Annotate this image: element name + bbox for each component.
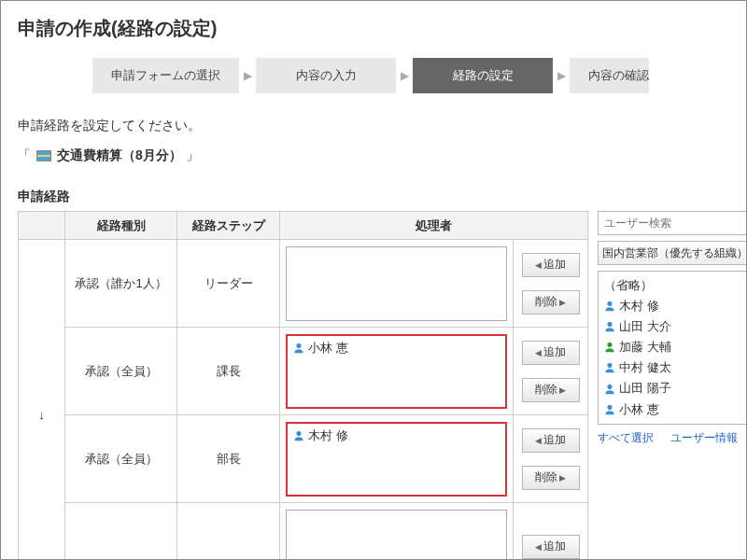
action-cell: ◀追加 <box>514 503 588 561</box>
processor-box[interactable]: 小林 恵 <box>286 334 507 409</box>
step-input[interactable]: 内容の入力 <box>256 58 396 93</box>
add-label: 追加 <box>543 257 566 273</box>
step-select-form[interactable]: 申請フォームの選択 <box>92 58 239 93</box>
processor-box[interactable]: 木村 修 <box>286 422 507 497</box>
user-icon <box>604 404 615 415</box>
step-route[interactable]: 経路の設定 <box>413 58 553 93</box>
triangle-left-icon: ◀ <box>535 542 542 552</box>
delete-label: 削除 <box>535 294 557 310</box>
side-panel: 国内営業部（優先する組織） （省略） 木村 修山田 大介加藤 大輔中村 健太山田… <box>598 211 747 446</box>
triangle-left-icon: ◀ <box>535 348 542 357</box>
flow-arrow: ↓ <box>19 240 65 561</box>
user-name: 木村 修 <box>619 296 659 316</box>
processor-cell: 小林 恵 <box>280 328 514 415</box>
form-name-row: 「 交通費精算（8月分） 」 <box>18 147 746 164</box>
processor-name: 小林 恵 <box>308 340 348 357</box>
user-list: （省略） 木村 修山田 大介加藤 大輔中村 健太山田 陽子小林 恵 <box>598 271 747 425</box>
route-step: 部長 <box>177 415 280 503</box>
user-list-item[interactable]: 加藤 大輔 <box>604 337 740 357</box>
route-table: 経路種別 経路ステップ 処理者 ↓承認（誰か1人）リーダー◀追加削除▶承認（全員… <box>18 211 588 560</box>
col-step: 経路ステップ <box>177 212 280 240</box>
section-title: 申請経路 <box>18 189 746 205</box>
bracket-open: 「 <box>18 147 31 164</box>
chevron-right-icon: ▶ <box>553 69 570 82</box>
delete-button[interactable]: 削除▶ <box>522 378 580 402</box>
triangle-left-icon: ◀ <box>535 260 542 270</box>
action-cell: ◀追加削除▶ <box>514 415 588 503</box>
user-icon <box>604 362 615 373</box>
processor-name: 木村 修 <box>308 427 348 444</box>
chevron-right-icon: ▶ <box>396 69 413 82</box>
user-icon <box>604 301 615 312</box>
route-type: 承認（誰か1人） <box>65 240 177 328</box>
list-note: （省略） <box>604 275 740 296</box>
table-row: 承認（全員）課長小林 恵◀追加削除▶ <box>19 328 588 415</box>
col-processor: 処理者 <box>280 212 588 240</box>
route-type: 承認（全員） <box>65 415 177 503</box>
user-icon <box>293 343 304 354</box>
add-label: 追加 <box>543 432 566 448</box>
add-label: 追加 <box>543 539 566 554</box>
action-cell: ◀追加削除▶ <box>514 240 588 328</box>
col-type: 経路種別 <box>65 212 177 240</box>
action-cell: ◀追加削除▶ <box>514 328 588 415</box>
add-button[interactable]: ◀追加 <box>522 253 580 277</box>
delete-label: 削除 <box>535 469 557 485</box>
user-name: 中村 健太 <box>619 357 671 378</box>
table-row: ◀追加 <box>19 503 588 561</box>
chevron-right-icon: ▶ <box>239 69 256 82</box>
add-button[interactable]: ◀追加 <box>522 428 580 453</box>
org-select[interactable]: 国内営業部（優先する組織） <box>598 241 747 265</box>
table-row: ↓承認（誰か1人）リーダー◀追加削除▶ <box>19 240 588 328</box>
processor-box[interactable] <box>286 246 507 321</box>
stepper: 申請フォームの選択 ▶ 内容の入力 ▶ 経路の設定 ▶ 内容の確認 <box>18 58 746 93</box>
user-list-item[interactable]: 中村 健太 <box>604 357 740 378</box>
user-list-item[interactable]: 木村 修 <box>604 296 740 316</box>
route-step: 課長 <box>177 328 280 415</box>
user-icon <box>604 384 615 395</box>
ticket-icon <box>36 150 51 161</box>
user-name: 加藤 大輔 <box>619 337 671 357</box>
processor-cell <box>280 503 514 561</box>
delete-label: 削除 <box>535 382 557 398</box>
select-all-link[interactable]: すべて選択 <box>598 430 654 446</box>
processor-item[interactable]: 小林 恵 <box>293 340 500 357</box>
user-icon <box>604 321 615 332</box>
add-button[interactable]: ◀追加 <box>522 535 580 559</box>
table-row: 承認（全員）部長木村 修◀追加削除▶ <box>19 415 588 503</box>
user-name: 山田 大介 <box>619 316 671 337</box>
instruction-text: 申請経路を設定してください。 <box>18 118 746 134</box>
page-title: 申請の作成(経路の設定) <box>18 16 746 41</box>
form-name: 交通費精算（8月分） <box>57 147 182 164</box>
user-name: 小林 恵 <box>619 399 659 420</box>
user-list-item[interactable]: 小林 恵 <box>604 399 740 420</box>
add-label: 追加 <box>543 344 566 360</box>
user-icon <box>293 430 304 441</box>
route-type: 承認（全員） <box>65 328 177 415</box>
processor-cell <box>280 240 514 328</box>
triangle-right-icon: ▶ <box>559 473 566 483</box>
triangle-right-icon: ▶ <box>559 385 566 395</box>
route-step: リーダー <box>177 240 280 328</box>
step-confirm[interactable]: 内容の確認 <box>570 58 649 93</box>
bracket-close: 」 <box>186 147 199 164</box>
triangle-left-icon: ◀ <box>535 436 542 445</box>
user-list-item[interactable]: 山田 大介 <box>604 316 740 337</box>
processor-box[interactable] <box>286 510 507 561</box>
add-button[interactable]: ◀追加 <box>522 341 580 365</box>
user-info-link[interactable]: ユーザー情報 <box>670 430 738 446</box>
user-list-item[interactable]: 山田 陽子 <box>604 378 740 399</box>
route-step <box>177 503 280 561</box>
delete-button[interactable]: 削除▶ <box>522 466 580 490</box>
user-icon <box>604 342 615 353</box>
processor-cell: 木村 修 <box>280 415 514 503</box>
user-name: 山田 陽子 <box>619 378 671 399</box>
triangle-right-icon: ▶ <box>559 298 566 307</box>
processor-item[interactable]: 木村 修 <box>293 427 500 444</box>
search-input[interactable] <box>598 211 747 235</box>
col-arrow <box>19 212 65 240</box>
route-type <box>65 503 177 561</box>
delete-button[interactable]: 削除▶ <box>522 290 580 315</box>
